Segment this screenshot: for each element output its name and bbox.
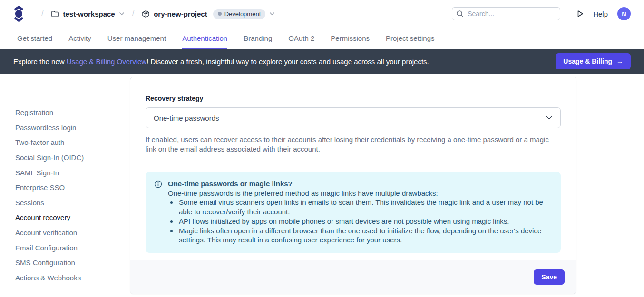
top-bar: / test-workspace / ory-new-project Devel…: [0, 0, 644, 28]
usage-billing-button-label: Usage & Billing: [563, 57, 612, 65]
breadcrumb-separator: /: [41, 10, 43, 18]
sidebar-item-registration[interactable]: Registration: [15, 105, 130, 120]
info-box-bullet-list: Some email virus scanners open links in …: [168, 198, 551, 245]
tab-authentication[interactable]: Authentication: [182, 28, 227, 49]
recovery-strategy-select[interactable]: One-time passwords: [146, 107, 561, 128]
help-link[interactable]: Help: [593, 10, 608, 18]
info-box-title: One-time passwords or magic links?: [168, 179, 551, 189]
search-input[interactable]: [452, 7, 560, 20]
app-window: / test-workspace / ory-new-project Devel…: [0, 0, 644, 297]
ory-logo-icon[interactable]: [13, 5, 24, 22]
sidebar-item-social-sign-in[interactable]: Social Sign-In (OIDC): [15, 150, 130, 165]
usage-billing-banner: Explore the new Usage & Billing Overview…: [0, 49, 644, 74]
recovery-strategy-value: One-time passwords: [154, 114, 219, 122]
chevron-down-icon: [269, 12, 275, 16]
sidebar-item-email-configuration[interactable]: Email Configuration: [15, 240, 130, 255]
sidebar-item-passwordless-login[interactable]: Passwordless login: [15, 120, 130, 135]
usage-billing-button[interactable]: Usage & Billing →: [556, 53, 631, 69]
search-box: [452, 7, 560, 20]
settings-sidebar: Registration Passwordless login Two-fact…: [0, 74, 130, 297]
recovery-strategy-label: Recovery strategy: [146, 95, 561, 102]
environment-dot-icon: [218, 12, 222, 16]
tab-user-management[interactable]: User management: [107, 28, 166, 49]
search-icon: [456, 10, 464, 18]
banner-text: Explore the new Usage & Billing Overview…: [13, 57, 429, 66]
play-icon[interactable]: [577, 10, 584, 18]
project-switcher[interactable]: ory-new-project Development: [142, 9, 275, 19]
workspace-switcher[interactable]: test-workspace: [51, 10, 124, 18]
sidebar-item-account-verification[interactable]: Account verification: [15, 225, 130, 240]
save-button[interactable]: Save: [534, 269, 565, 285]
content-area: Registration Passwordless login Two-fact…: [0, 74, 644, 297]
folder-icon: [51, 10, 59, 18]
usage-billing-overview-link[interactable]: Usage & Billing Overview: [67, 57, 146, 66]
sidebar-item-saml-sign-in[interactable]: SAML Sign-In: [15, 165, 130, 180]
tab-permissions[interactable]: Permissions: [331, 28, 370, 49]
project-name: ory-new-project: [154, 10, 207, 18]
arrow-right-icon: →: [616, 57, 623, 65]
info-box-content: One-time passwords or magic links? One-t…: [168, 179, 551, 245]
workspace-name: test-workspace: [63, 10, 115, 18]
tab-activity[interactable]: Activity: [68, 28, 91, 49]
sidebar-item-two-factor-auth[interactable]: Two-factor auth: [15, 135, 130, 150]
chevron-down-icon: [546, 115, 553, 120]
banner-text-before: Explore the new: [13, 57, 67, 66]
info-box: One-time passwords or magic links? One-t…: [146, 172, 561, 253]
environment-label: Development: [224, 10, 261, 18]
info-icon: [154, 179, 162, 245]
main-nav-tabs: Get started Activity User management Aut…: [0, 28, 644, 49]
user-avatar[interactable]: N: [617, 7, 631, 20]
sidebar-item-actions-webhooks[interactable]: Actions & Webhooks: [15, 270, 130, 286]
sidebar-item-account-recovery[interactable]: Account recovery: [15, 210, 130, 225]
breadcrumb-separator: /: [132, 10, 134, 18]
package-icon: [142, 10, 150, 18]
card-footer: Save: [130, 260, 576, 294]
topbar-divider: [568, 8, 568, 19]
banner-text-after: ! Discover a fresh, insightful way to ex…: [146, 57, 429, 66]
tab-oauth2[interactable]: OAuth 2: [288, 28, 314, 49]
tab-get-started[interactable]: Get started: [17, 28, 52, 49]
sidebar-item-enterprise-sso[interactable]: Enterprise SSO: [15, 180, 130, 195]
sidebar-item-sessions[interactable]: Sessions: [15, 195, 130, 211]
info-bullet: Magic links often open in a different br…: [178, 226, 551, 245]
sidebar-item-sms-configuration[interactable]: SMS Configuration: [15, 255, 130, 270]
account-recovery-card: Recovery strategy One-time passwords If …: [130, 77, 576, 294]
card-body: Recovery strategy One-time passwords If …: [130, 77, 576, 260]
info-bullet: Some email virus scanners open links in …: [178, 198, 551, 216]
tab-project-settings[interactable]: Project settings: [386, 28, 435, 49]
info-box-intro: One-time passwords is the preferred meth…: [168, 189, 551, 198]
chevron-down-icon: [119, 12, 125, 16]
tab-branding[interactable]: Branding: [244, 28, 272, 49]
recovery-strategy-description: If enabled, users can recover access to …: [146, 135, 561, 154]
environment-badge: Development: [213, 9, 266, 19]
info-bullet: API flows initialized by apps on mobile …: [178, 217, 551, 226]
